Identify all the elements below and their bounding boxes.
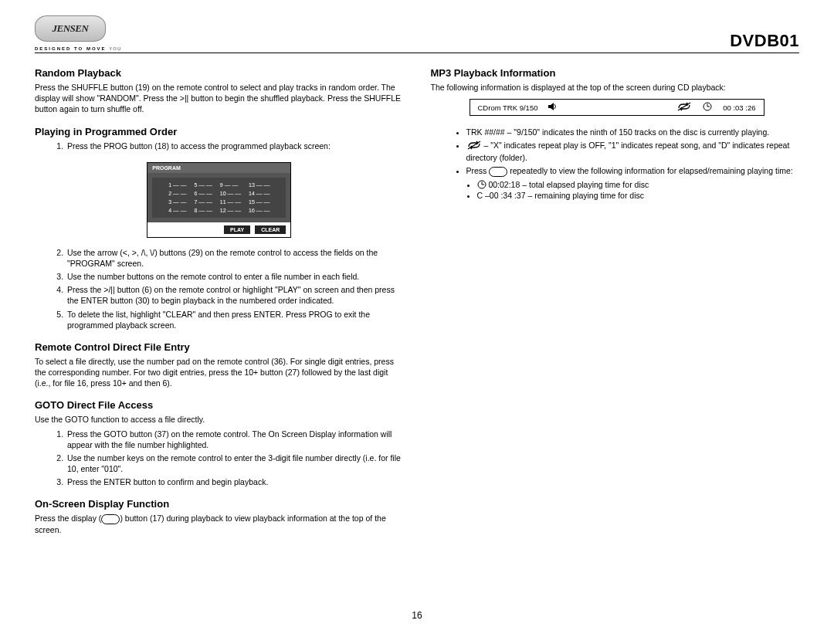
left-column: Random Playback Press the SHUFFLE button… xyxy=(35,67,404,546)
tagline-b: YOU xyxy=(109,46,121,51)
goto-step1: Press the GOTO button (37) on the remote… xyxy=(66,429,404,450)
prog-step1: Press the PROG button (18) to access the… xyxy=(66,141,404,151)
tagline-a: DESIGNED TO MOVE xyxy=(35,46,107,51)
right-column: MP3 Playback Information The following i… xyxy=(431,67,800,546)
goto-list: Press the GOTO button (37) on the remote… xyxy=(35,429,404,488)
program-box-title: PROGRAM xyxy=(147,163,290,173)
model-number: DVDB01 xyxy=(730,31,799,51)
prog-list-b: Use the arrow (<, >, /\, \/) buttons (29… xyxy=(35,247,404,330)
repeat-off-icon xyxy=(676,102,692,113)
program-play-btn: PLAY xyxy=(224,225,250,234)
remote-body: To select a file directly, use the numbe… xyxy=(35,356,404,389)
prog-step5: To delete the list, highlight "CLEAR" an… xyxy=(66,309,404,330)
program-footer: PLAY CLEAR xyxy=(147,222,290,237)
prog-step4: Press the >/|| button (6) on the remote … xyxy=(66,284,404,306)
speaker-icon xyxy=(548,103,558,112)
mp3-sub: 00:02:18 – total elapsed playing time fo… xyxy=(431,180,800,200)
prog-title: Playing in Programmed Order xyxy=(35,126,404,137)
page-header: JENSEN DESIGNED TO MOVE YOU DVDB01 xyxy=(35,15,799,53)
osd-title: On-Screen Display Function xyxy=(35,498,404,510)
mp3-s2: C –00 :34 :37 – remaining playing time f… xyxy=(477,191,800,200)
bar-time: 00 :03 :26 xyxy=(723,103,755,112)
osd-body: Press the display () button (17) during … xyxy=(35,513,404,535)
mp3-b2: – "X" indicates repeat play is OFF, "1" … xyxy=(466,140,800,163)
brand-tagline: DESIGNED TO MOVE YOU xyxy=(35,46,121,51)
goto-step2: Use the number keys on the remote contro… xyxy=(66,452,404,474)
program-grid: 1 –– ––5 –– ––9 –– ––13 –– –– 2 –– ––6 –… xyxy=(147,173,290,222)
random-body: Press the SHUFFLE button (19) on the rem… xyxy=(35,82,404,115)
prog-step2: Use the arrow (<, >, /\, \/) buttons (29… xyxy=(66,247,404,269)
mp3-intro: The following information is displayed a… xyxy=(431,82,800,93)
mp3-s1: 00:02:18 – total elapsed playing time fo… xyxy=(477,180,800,191)
mp3-b1: TRK ##/## – "9/150" indicates the ninth … xyxy=(466,127,800,137)
display-button-icon-2 xyxy=(489,167,507,177)
bar-left: CDrom TRK 9/150 xyxy=(478,103,538,112)
clock-icon xyxy=(703,102,712,113)
prog-list-a: Press the PROG button (18) to access the… xyxy=(35,141,404,151)
clock-icon-inline xyxy=(477,180,486,191)
playback-info-bar: CDrom TRK 9/150 00 :03 :26 xyxy=(470,99,764,116)
page-number: 16 xyxy=(0,610,834,621)
prog-step3: Use the number buttons on the remote con… xyxy=(66,271,404,282)
goto-step3: Press the ENTER button to confirm and be… xyxy=(66,476,404,487)
svg-marker-0 xyxy=(548,103,554,110)
repeat-off-icon-inline xyxy=(466,141,482,152)
brand-block: JENSEN DESIGNED TO MOVE YOU xyxy=(35,15,121,51)
program-screen: PROGRAM 1 –– ––5 –– ––9 –– ––13 –– –– 2 … xyxy=(147,162,291,238)
goto-title: GOTO Direct File Access xyxy=(35,399,404,411)
program-clear-btn: CLEAR xyxy=(255,225,286,234)
mp3-title: MP3 Playback Information xyxy=(431,67,800,79)
remote-title: Remote Control Direct File Entry xyxy=(35,341,404,353)
mp3-bullets: TRK ##/## – "9/150" indicates the ninth … xyxy=(431,127,800,177)
random-title: Random Playback xyxy=(35,67,404,79)
display-button-icon xyxy=(101,514,120,524)
mp3-b3: Press repeatedly to view the following i… xyxy=(466,165,800,177)
goto-intro: Use the GOTO function to access a file d… xyxy=(35,414,404,425)
brand-logo: JENSEN xyxy=(35,15,106,42)
